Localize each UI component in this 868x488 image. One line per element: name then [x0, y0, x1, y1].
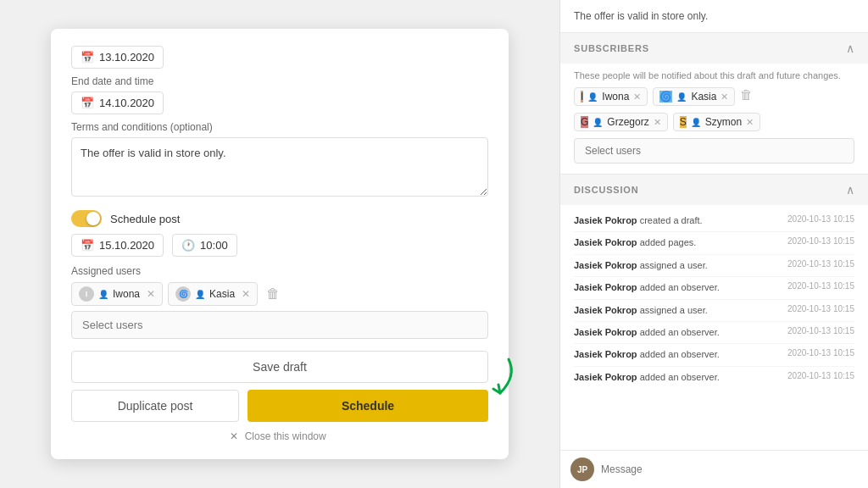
modal-dialog: 📅 13.10.2020 End date and time 📅 14.10.2… — [51, 29, 509, 459]
duplicate-post-button[interactable]: Duplicate post — [71, 390, 239, 422]
sub-name-szymon: Szymon — [705, 116, 742, 128]
clock-icon: 🕐 — [181, 239, 195, 252]
sub-name-iwona: Iwona — [602, 91, 629, 103]
user-icon-iwona: 👤 — [98, 290, 108, 299]
schedule-datetime-row: 📅 15.10.2020 🕐 10:00 — [71, 234, 488, 257]
remove-iwona-button[interactable]: ✕ — [147, 288, 155, 300]
start-date-field[interactable]: 📅 13.10.2020 — [71, 46, 164, 69]
message-input-row: JP — [560, 450, 868, 488]
store-notice: The offer is valid in store only. — [560, 0, 868, 33]
close-window-link[interactable]: ✕ Close this window — [71, 430, 488, 442]
action-buttons-row: Duplicate post Schedule — [71, 390, 488, 422]
calendar-icon-end: 📅 — [81, 97, 94, 109]
sub-avatar-grzegorz: G — [581, 116, 588, 128]
subscriber-tags-row-2: G 👤 Grzegorz ✕ S 👤 Szymon ✕ — [574, 113, 854, 131]
user-tag-kasia: 🌀 👤 Kasia ✕ — [168, 282, 258, 306]
assigned-users-row: I 👤 Iwona ✕ 🌀 👤 Kasia ✕ 🗑 — [71, 282, 488, 306]
remove-sub-kasia-button[interactable]: ✕ — [721, 92, 728, 103]
avatar-kasia: 🌀 — [175, 286, 191, 302]
discussion-header: DISCUSSION ∧ — [560, 175, 868, 205]
discussion-title: DISCUSSION — [574, 185, 638, 195]
terms-label: Terms and conditions (optional) — [71, 121, 488, 133]
select-users-input[interactable] — [71, 311, 488, 339]
terms-textarea[interactable]: The offer is valid in store only. — [71, 137, 488, 197]
subscribers-description: These people will be notified about this… — [574, 70, 854, 80]
start-date-row: 📅 13.10.2020 — [71, 46, 488, 69]
sub-icon-grzegorz: 👤 — [593, 118, 603, 127]
discussion-item: Jasiek Pokrop created a draft. 2020-10-1… — [574, 210, 854, 232]
close-icon: ✕ — [230, 430, 238, 442]
subscriber-tag-iwona: I 👤 Iwona ✕ — [574, 87, 648, 106]
save-draft-button[interactable]: Save draft — [71, 351, 488, 383]
assigned-label: Assigned users — [71, 265, 488, 277]
select-users-right-input[interactable] — [574, 138, 854, 164]
calendar-icon-schedule: 📅 — [81, 239, 94, 252]
user-name-kasia: Kasia — [209, 288, 235, 300]
schedule-toggle-row: Schedule post — [71, 210, 488, 227]
user-name-iwona: Iwona — [113, 288, 140, 300]
discussion-item: Jasiek Pokrop added an observer. 2020-10… — [574, 367, 854, 388]
remove-sub-grzegorz-button[interactable]: ✕ — [654, 117, 661, 128]
discussion-collapse-button[interactable]: ∧ — [846, 183, 854, 197]
discussion-item: Jasiek Pokrop assigned a user. 2020-10-1… — [574, 300, 854, 322]
current-user-avatar: JP — [570, 458, 594, 481]
subscriber-tag-szymon: S 👤 Szymon ✕ — [673, 113, 760, 131]
schedule-date-field[interactable]: 📅 15.10.2020 — [71, 234, 164, 257]
discussion-item: Jasiek Pokrop added an observer. 2020-10… — [574, 277, 854, 299]
subscribers-title: SUBSCRIBERS — [574, 43, 649, 53]
sub-icon-iwona: 👤 — [587, 92, 598, 102]
avatar-iwona: I — [79, 286, 94, 302]
subscribers-collapse-button[interactable]: ∧ — [846, 42, 854, 55]
right-panel: The offer is valid in store only. SUBSCR… — [559, 0, 868, 488]
schedule-time-value: 10:00 — [200, 239, 228, 252]
end-date-label: End date and time — [71, 75, 488, 87]
subscribers-body: These people will be notified about this… — [560, 64, 868, 175]
delete-assigned-button[interactable]: 🗑 — [266, 286, 280, 302]
user-tag-iwona: I 👤 Iwona ✕ — [71, 282, 163, 306]
modal-backdrop: 📅 13.10.2020 End date and time 📅 14.10.2… — [0, 0, 559, 488]
end-date-value: 14.10.2020 — [99, 97, 154, 109]
remove-kasia-button[interactable]: ✕ — [242, 288, 250, 300]
sub-avatar-kasia: 🌀 — [659, 91, 672, 103]
schedule-time-field[interactable]: 🕐 10:00 — [172, 234, 237, 257]
calendar-icon: 📅 — [81, 51, 94, 64]
subscriber-tag-kasia: 🌀 👤 Kasia ✕ — [653, 87, 735, 106]
discussion-item: Jasiek Pokrop added pages. 2020-10-13 10… — [574, 232, 854, 254]
sub-name-grzegorz: Grzegorz — [607, 116, 648, 128]
end-date-field[interactable]: 📅 14.10.2020 — [71, 92, 164, 114]
discussion-item: Jasiek Pokrop added an observer. 2020-10… — [574, 322, 854, 344]
message-input[interactable] — [601, 463, 858, 475]
schedule-date-value: 15.10.2020 — [99, 239, 154, 252]
sub-avatar-iwona: I — [581, 91, 583, 103]
remove-sub-szymon-button[interactable]: ✕ — [746, 117, 754, 128]
discussion-item: Jasiek Pokrop assigned a user. 2020-10-1… — [574, 255, 854, 277]
user-icon-kasia: 👤 — [195, 290, 205, 299]
sub-icon-szymon: 👤 — [691, 118, 701, 127]
discussion-section: DISCUSSION ∧ Jasiek Pokrop created a dra… — [560, 175, 868, 488]
start-date-value: 13.10.2020 — [99, 51, 154, 64]
schedule-label: Schedule post — [110, 213, 180, 225]
subscriber-tag-grzegorz: G 👤 Grzegorz ✕ — [574, 113, 668, 131]
discussion-item: Jasiek Pokrop added an observer. 2020-10… — [574, 344, 854, 366]
schedule-toggle[interactable] — [71, 210, 102, 227]
sub-icon-kasia: 👤 — [676, 92, 687, 102]
sub-name-kasia: Kasia — [691, 91, 716, 103]
sub-avatar-szymon: S — [680, 116, 687, 128]
subscribers-section-header: SUBSCRIBERS ∧ — [560, 33, 868, 64]
discussion-body: Jasiek Pokrop created a draft. 2020-10-1… — [560, 205, 868, 450]
schedule-button[interactable]: Schedule — [248, 390, 488, 422]
end-date-row: 📅 14.10.2020 — [71, 92, 488, 114]
close-label: Close this window — [245, 430, 326, 442]
remove-sub-iwona-button[interactable]: ✕ — [633, 92, 641, 103]
trash-subscribers-button[interactable]: 🗑 — [740, 87, 753, 106]
subscriber-tags-row: I 👤 Iwona ✕ 🌀 👤 Kasia ✕ 🗑 — [574, 87, 854, 106]
